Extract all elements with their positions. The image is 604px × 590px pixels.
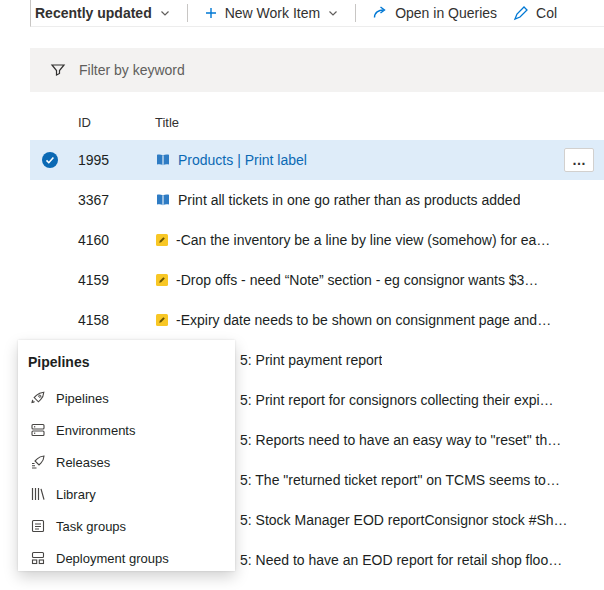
menu-item-deployment-groups[interactable]: Deployment groups xyxy=(18,542,235,574)
toolbar-separator xyxy=(187,4,188,22)
work-item-title[interactable]: 5: Print payment report xyxy=(240,352,382,368)
table-row[interactable]: 3367 Print all tickets in one go rather … xyxy=(30,180,604,220)
work-item-id: 4158 xyxy=(70,312,145,328)
work-item-title[interactable]: 5: Reports need to have an easy way to "… xyxy=(240,432,561,448)
column-options-label: Col xyxy=(536,5,557,21)
work-item-title[interactable]: Print all tickets in one go rather than … xyxy=(178,192,520,208)
menu-item-label: Deployment groups xyxy=(56,551,169,566)
filter-funnel-icon xyxy=(50,62,66,78)
more-options-button[interactable]: … xyxy=(564,148,594,172)
column-options-button[interactable]: Col xyxy=(513,5,557,21)
work-item-title-link[interactable]: Products | Print label xyxy=(178,152,307,168)
menu-item-pipelines[interactable]: Pipelines xyxy=(18,382,235,414)
menu-item-task-groups[interactable]: Task groups xyxy=(18,510,235,542)
open-in-queries-button[interactable]: Open in Queries xyxy=(372,5,497,21)
work-item-title[interactable]: 5: Print report for consignors collectin… xyxy=(240,392,554,408)
new-work-item-button[interactable]: New Work Item xyxy=(204,5,339,21)
work-item-id: 3367 xyxy=(70,192,145,208)
filter-keyword-input[interactable] xyxy=(79,62,604,78)
deployment-groups-icon xyxy=(30,550,46,566)
task-groups-icon xyxy=(30,518,46,534)
table-row[interactable]: 4159 -Drop offs - need “Note” section - … xyxy=(30,260,604,300)
table-header-row: ID Title xyxy=(30,104,604,140)
more-options-icon: … xyxy=(572,153,586,167)
work-item-issue-icon xyxy=(155,233,169,247)
library-icon xyxy=(30,486,46,502)
column-header-id[interactable]: ID xyxy=(70,115,145,130)
work-item-title[interactable]: -Can the inventory be a line by line vie… xyxy=(176,232,550,248)
toolbar-separator xyxy=(355,4,356,22)
environments-icon xyxy=(30,422,46,438)
menu-item-label: Environments xyxy=(56,423,135,438)
filter-bar xyxy=(30,48,604,92)
command-bar: Recently updated New Work Item Open in Q… xyxy=(30,0,604,27)
work-item-title[interactable]: 5: Stock Manager EOD reportConsignor sto… xyxy=(240,512,568,528)
table-row[interactable]: 4160 -Can the inventory be a line by lin… xyxy=(30,220,604,260)
open-in-queries-label: Open in Queries xyxy=(395,5,497,21)
column-options-icon xyxy=(513,5,529,21)
work-item-id: 1995 xyxy=(70,152,145,168)
menu-item-label: Pipelines xyxy=(56,391,109,406)
new-work-item-label: New Work Item xyxy=(225,5,320,21)
work-item-id: 4160 xyxy=(70,232,145,248)
pipelines-flyout-menu: Pipelines Pipelines Environments Release… xyxy=(18,340,235,571)
work-item-id: 4159 xyxy=(70,272,145,288)
chevron-down-icon xyxy=(159,7,171,19)
menu-item-label: Releases xyxy=(56,455,110,470)
menu-item-library[interactable]: Library xyxy=(18,478,235,510)
table-row[interactable]: 4158 -Expiry date needs to be shown on c… xyxy=(30,300,604,340)
rocket-icon xyxy=(30,390,46,406)
column-header-title[interactable]: Title xyxy=(145,115,604,130)
menu-item-label: Task groups xyxy=(56,519,126,534)
selected-check-circle-icon[interactable] xyxy=(41,151,59,169)
view-selector-label: Recently updated xyxy=(35,5,152,21)
work-item-title[interactable]: 5: The "returned ticket report" on TCMS … xyxy=(240,472,560,488)
work-item-book-icon xyxy=(155,152,171,168)
work-item-title[interactable]: -Drop offs - need “Note” section - eg co… xyxy=(176,272,538,288)
work-item-title[interactable]: -Expiry date needs to be shown on consig… xyxy=(176,312,551,328)
chevron-down-icon xyxy=(327,7,339,19)
table-row[interactable]: 1995 Products | Print label … xyxy=(30,140,604,180)
menu-item-environments[interactable]: Environments xyxy=(18,414,235,446)
view-selector-button[interactable]: Recently updated xyxy=(35,5,171,21)
flyout-title: Pipelines xyxy=(18,354,235,382)
work-item-title[interactable]: 5: Need to have an EOD report for retail… xyxy=(240,552,562,568)
work-item-book-icon xyxy=(155,192,171,208)
menu-item-releases[interactable]: Releases xyxy=(18,446,235,478)
plus-icon xyxy=(204,6,218,20)
open-in-queries-icon xyxy=(372,5,388,21)
menu-item-label: Library xyxy=(56,487,96,502)
work-item-issue-icon xyxy=(155,313,169,327)
work-item-issue-icon xyxy=(155,273,169,287)
releases-rocket-icon xyxy=(30,454,46,470)
